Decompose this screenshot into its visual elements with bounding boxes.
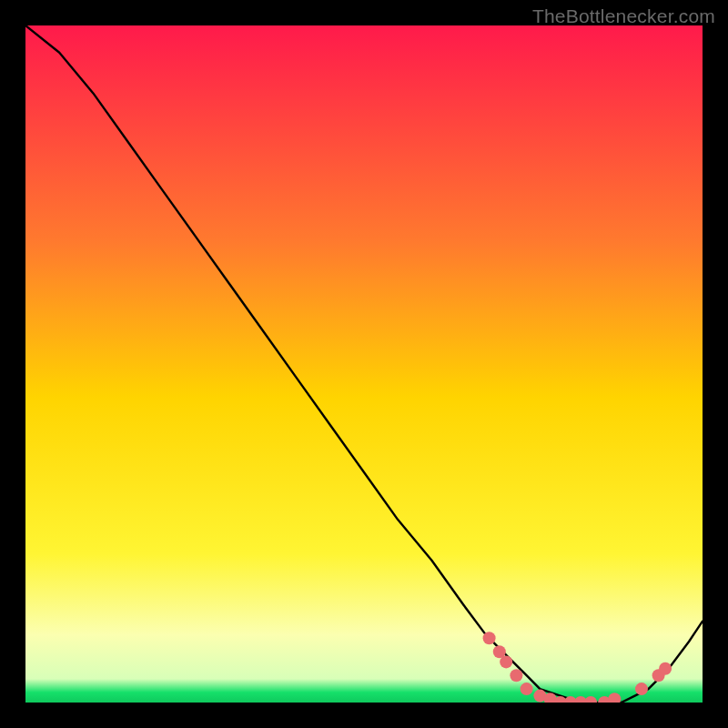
- plot-area: [25, 25, 703, 703]
- marker-dot: [521, 682, 533, 695]
- gradient-background: [25, 25, 703, 703]
- marker-dot: [500, 655, 512, 668]
- chart-svg: [25, 25, 703, 703]
- marker-dot: [659, 662, 672, 675]
- watermark-text: TheBottlenecker.com: [532, 5, 715, 27]
- marker-dot: [510, 669, 522, 682]
- marker-dot: [635, 682, 648, 695]
- chart-stage: TheBottlenecker.com: [0, 0, 728, 728]
- marker-dot: [483, 632, 496, 644]
